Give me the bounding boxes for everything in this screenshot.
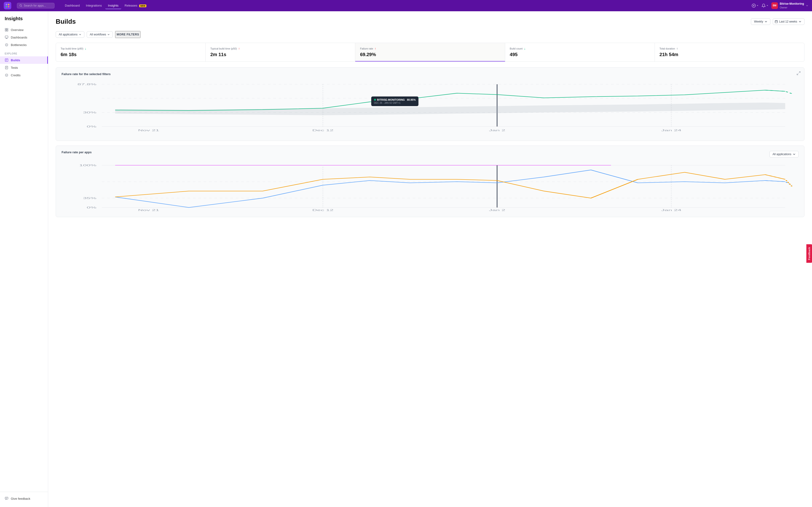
svg-text:Jan 24: Jan 24 — [661, 209, 681, 212]
svg-text:100%: 100% — [79, 164, 96, 167]
arrow-up-icon: ↑ — [374, 47, 376, 50]
metric-failure-rate[interactable]: Failure rate ↑ 69.29% — [355, 43, 505, 61]
svg-line-5 — [21, 6, 22, 7]
sidebar-item-label: Give feedback — [11, 497, 30, 500]
svg-rect-3 — [8, 6, 9, 7]
sidebar: Insights Overview Dashboards — [0, 11, 48, 507]
avatar: BM — [771, 2, 778, 9]
svg-point-18 — [6, 45, 7, 46]
user-role: Owner — [780, 6, 804, 9]
nav-dashboard[interactable]: Dashboard — [62, 2, 83, 9]
metrics-row: Top build time (p90) ↓ 6m 18s Typical bu… — [56, 43, 805, 62]
main-content: Builds Weekly Last 12 weeks — [48, 11, 812, 507]
user-chevron-icon — [806, 4, 808, 7]
chart2-title: Failure rate per apps — [61, 151, 92, 154]
logo[interactable] — [4, 2, 11, 9]
svg-rect-12 — [7, 30, 8, 31]
nav-links: Dashboard Integrations Insights Releases… — [62, 2, 149, 9]
nav-integrations[interactable]: Integrations — [83, 2, 105, 9]
notification-icon[interactable] — [761, 3, 768, 8]
chart1-section: Failure rate for the selected filters — [56, 67, 805, 141]
sidebar-item-label: Overview — [11, 28, 23, 32]
svg-text:Jan 2: Jan 2 — [489, 129, 505, 132]
chart2-filter-label: All applications — [772, 153, 791, 156]
builds-icon — [5, 58, 8, 62]
svg-text:Jan 24: Jan 24 — [661, 129, 681, 132]
page-title: Builds — [56, 18, 76, 25]
svg-line-36 — [799, 72, 800, 73]
metric-build-count[interactable]: Build count ↓ 495 — [505, 43, 655, 61]
svg-text:35%: 35% — [83, 197, 96, 200]
svg-point-4 — [20, 4, 21, 6]
svg-rect-13 — [5, 36, 8, 38]
new-badge: NEW — [139, 4, 146, 7]
tests-icon — [5, 66, 8, 69]
credits-icon — [5, 73, 8, 77]
tooltip-date: DEC 26 - JAN 02 GMT+1 — [374, 102, 416, 104]
sidebar-item-credits[interactable]: Credits — [0, 71, 48, 79]
metric-total-duration[interactable]: Total duration ↑ 21h 54m — [655, 43, 804, 61]
metric-typical-build-time[interactable]: Typical build time (p50) ↑ 2m 11s — [206, 43, 355, 61]
sidebar-item-label: Dashboards — [11, 36, 27, 39]
sidebar-title: Insights — [0, 16, 48, 26]
search-placeholder: Search for apps... — [24, 4, 46, 7]
period-select[interactable]: Weekly — [751, 18, 770, 25]
arrow-down-icon: ↓ — [85, 47, 87, 50]
sidebar-item-overview[interactable]: Overview — [0, 26, 48, 34]
svg-rect-11 — [5, 30, 6, 31]
svg-text:Nov 21: Nov 21 — [138, 129, 159, 132]
workflow-filter-label: All workflows — [90, 33, 106, 36]
nav-releases[interactable]: Releases NEW — [122, 2, 149, 9]
sidebar-item-label: Tests — [11, 66, 18, 69]
chart2-section: Failure rate per apps All applications — [56, 146, 805, 217]
sidebar-item-feedback[interactable]: Give feedback — [0, 495, 48, 502]
user-name: Bitrise-Monitoring — [780, 2, 804, 6]
sidebar-item-dashboards[interactable]: Dashboards — [0, 34, 48, 41]
svg-text:30%: 30% — [83, 111, 96, 114]
metric-label-text: Failure rate — [360, 47, 373, 50]
feedback-button[interactable]: Feedback — [806, 244, 812, 263]
user-menu[interactable]: BM Bitrise-Monitoring Owner — [771, 2, 808, 9]
metric-label-text: Typical build time (p50) — [210, 47, 237, 50]
expand-icon[interactable] — [797, 71, 801, 76]
tooltip-app: BITRISE-MONITORING — [377, 98, 405, 101]
more-filters-button[interactable]: MORE FILTERS — [115, 31, 141, 38]
nav-insights[interactable]: Insights — [105, 2, 121, 9]
svg-rect-32 — [775, 21, 778, 23]
app-filter-chevron-icon — [79, 33, 81, 36]
svg-rect-0 — [6, 4, 7, 5]
sidebar-item-bottlenecks[interactable]: Bottlenecks — [0, 41, 48, 49]
workflow-filter[interactable]: All workflows — [87, 31, 113, 38]
metric-label-text: Top build time (p90) — [61, 47, 84, 50]
sidebar-item-label: Bottlenecks — [11, 43, 27, 47]
app-filter[interactable]: All applications — [56, 31, 84, 38]
page-header: Builds Weekly Last 12 weeks — [56, 18, 805, 25]
dashboard-icon — [5, 36, 8, 39]
svg-line-37 — [797, 73, 798, 75]
arrow-up-icon: ↑ — [238, 47, 240, 50]
svg-text:Dec 12: Dec 12 — [312, 209, 334, 212]
explore-label: EXPLORE — [0, 49, 48, 56]
tooltip-value: 80.95% — [407, 98, 416, 101]
header-controls: Weekly Last 12 weeks — [751, 18, 805, 25]
metric-top-build-time[interactable]: Top build time (p90) ↓ 6m 18s — [56, 43, 206, 61]
chart2-app-filter[interactable]: All applications — [769, 151, 799, 158]
chart2-header: Failure rate per apps All applications — [61, 151, 799, 158]
workflow-filter-chevron-icon — [107, 33, 110, 36]
bottlenecks-icon — [5, 43, 8, 47]
svg-rect-2 — [6, 6, 7, 7]
sidebar-item-tests[interactable]: Tests — [0, 64, 48, 71]
svg-text:Dec 12: Dec 12 — [312, 129, 334, 132]
date-range-select[interactable]: Last 12 weeks — [773, 18, 805, 25]
layout: Insights Overview Dashboards — [0, 11, 812, 507]
search-input[interactable]: Search for apps... — [17, 3, 54, 8]
chart2-container: 100% 35% 0% Nov 21 Dec 12 Jan 2 Jan 24 — [61, 161, 799, 212]
svg-rect-1 — [8, 4, 9, 5]
svg-text:87.8%: 87.8% — [77, 83, 96, 86]
svg-rect-28 — [5, 497, 8, 499]
sidebar-item-builds[interactable]: Builds — [0, 56, 48, 64]
svg-text:0%: 0% — [87, 125, 96, 128]
svg-text:0%: 0% — [87, 206, 96, 209]
add-icon[interactable] — [752, 3, 759, 8]
svg-text:Jan 2: Jan 2 — [489, 209, 505, 212]
